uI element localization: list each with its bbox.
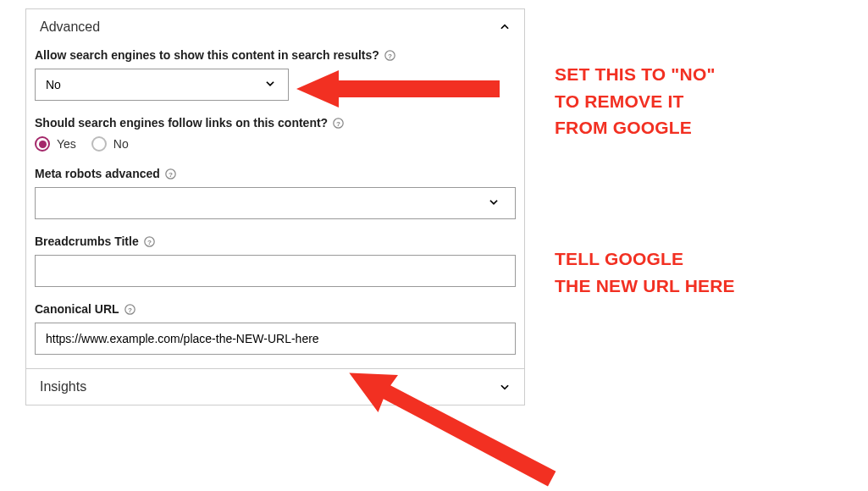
annotation-text-bottom: TELL GOOGLE THE NEW URL HERE <box>555 246 735 299</box>
select-value: No <box>46 78 61 91</box>
help-icon[interactable]: ? <box>333 118 344 129</box>
allow-search-label: Allow search engines to show this conten… <box>35 48 516 62</box>
svg-text:?: ? <box>147 238 152 246</box>
follow-links-label: Should search engines follow links on th… <box>35 116 516 130</box>
radio-button-icon <box>91 136 107 152</box>
label-text: Meta robots advanced <box>35 167 160 180</box>
chevron-down-icon <box>499 381 511 393</box>
follow-links-radios: Yes No <box>35 136 516 152</box>
help-icon[interactable]: ? <box>384 50 395 61</box>
help-icon[interactable]: ? <box>144 236 155 247</box>
advanced-header[interactable]: Advanced <box>26 9 524 45</box>
radio-no[interactable]: No <box>91 136 129 152</box>
label-text: Should search engines follow links on th… <box>35 116 328 130</box>
svg-text:?: ? <box>128 306 132 313</box>
advanced-title: Advanced <box>40 19 100 35</box>
advanced-body: Allow search engines to show this conten… <box>26 48 524 368</box>
canonical-label: Canonical URL ? <box>35 302 516 316</box>
annotation-text-top: SET THIS TO "NO" TO REMOVE IT FROM GOOGL… <box>555 61 716 141</box>
insights-header[interactable]: Insights <box>26 368 524 405</box>
insights-title: Insights <box>40 379 86 394</box>
chevron-down-icon <box>488 196 500 211</box>
label-text: Canonical URL <box>35 302 119 316</box>
svg-text:?: ? <box>336 119 340 127</box>
help-icon[interactable]: ? <box>165 168 176 179</box>
radio-label: Yes <box>57 137 76 151</box>
svg-text:?: ? <box>388 52 392 59</box>
help-icon[interactable]: ? <box>124 304 135 315</box>
label-text: Breadcrumbs Title <box>35 234 139 248</box>
breadcrumbs-label: Breadcrumbs Title ? <box>35 234 516 248</box>
label-text: Allow search engines to show this conten… <box>35 48 379 62</box>
meta-robots-select[interactable] <box>35 187 516 219</box>
allow-search-select[interactable]: No <box>35 69 289 101</box>
chevron-down-icon <box>264 78 276 92</box>
svg-text:?: ? <box>169 170 173 178</box>
radio-yes[interactable]: Yes <box>35 136 76 152</box>
advanced-panel: Advanced Allow search engines to show th… <box>25 8 525 405</box>
radio-button-icon <box>35 136 50 152</box>
canonical-input[interactable] <box>35 323 516 355</box>
chevron-up-icon <box>499 21 511 33</box>
meta-robots-label: Meta robots advanced ? <box>35 167 516 180</box>
breadcrumbs-input[interactable] <box>35 255 516 287</box>
radio-label: No <box>113 137 129 151</box>
